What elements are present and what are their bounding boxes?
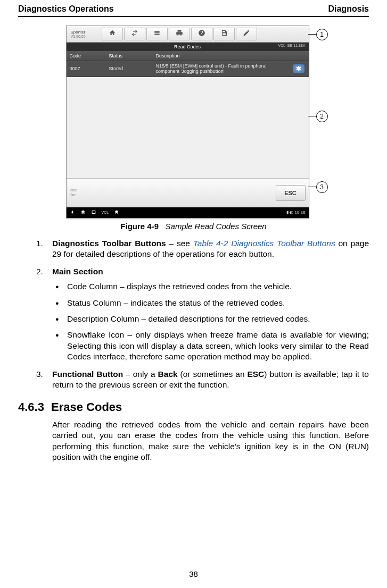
section-heading: 4.6.3Erase Codes: [18, 400, 369, 414]
bold-term: Back: [158, 369, 178, 379]
cell-desc: N15/5 (ESM [EWM] control unit) - Fault i…: [153, 61, 289, 77]
col-desc: Description: [153, 51, 309, 61]
print-button[interactable]: [169, 28, 190, 40]
bullet-item: Code Column – displays the retrieved cod…: [67, 281, 369, 292]
header-right: Diagnosis: [328, 4, 369, 14]
settings-icon: [153, 29, 161, 39]
header-left: Diagnostics Operations: [18, 4, 114, 14]
bullet-item: Status Column – indicates the status of …: [67, 298, 369, 308]
diag-toolbar: Sprinter V3.90.05: [67, 26, 309, 43]
bold-term: Diagnostics Toolbar Buttons: [52, 239, 166, 248]
pencil-icon: [243, 29, 250, 39]
snowflake-icon: ✱: [293, 64, 304, 73]
section-title: Erase Codes: [51, 400, 122, 414]
android-navbar: VCL ▮ ◐ 10:38: [67, 207, 309, 218]
bold-term: Main Section: [52, 267, 103, 276]
figure-title: Sample Read Codes Screen: [166, 222, 267, 231]
list-item: Main Section Code Column – displays the …: [52, 266, 369, 363]
app-label: Sprinter V3.90.05: [69, 30, 101, 38]
section-number: 4.6.3: [18, 400, 51, 414]
bullet-item: Description Column – detailed descriptio…: [67, 314, 369, 324]
swap-icon: [131, 29, 138, 39]
vci-nav-label: VCL: [102, 211, 109, 214]
table-header: Code Status Description: [67, 51, 309, 61]
home-button[interactable]: [102, 28, 123, 40]
vin-info: VIN: Car:: [70, 188, 77, 197]
data-log-button[interactable]: [236, 28, 257, 40]
screen-title-bar: Read Codes VCb EB 11.88V: [67, 43, 309, 51]
page-header: Diagnostics Operations Diagnosis: [18, 0, 369, 16]
figure: Sprinter V3.90.05: [66, 26, 322, 219]
vehicle-swap-button[interactable]: [124, 28, 145, 40]
vci-status: VCb EB 11.88V: [278, 44, 306, 47]
page-number: 38: [0, 569, 387, 578]
callout-3: 3: [316, 181, 328, 193]
bottom-bar: VIN: Car: ESC: [67, 178, 309, 207]
figure-caption: Figure 4-9 Sample Read Codes Screen: [18, 222, 369, 231]
home-nav-icon[interactable]: [80, 209, 86, 216]
callout-line: [308, 187, 317, 187]
list-item: Diagnostics Toolbar Buttons – see Table …: [52, 238, 369, 260]
save-icon: [220, 29, 228, 39]
esc-label: ESC: [284, 190, 297, 196]
col-status: Status: [106, 51, 153, 61]
figure-number: Figure 4-9: [120, 222, 159, 231]
recents-icon[interactable]: [91, 209, 96, 216]
app-name: Sprinter: [71, 30, 86, 35]
callout-line: [308, 116, 317, 116]
section-paragraph: After reading the retrieved codes from t…: [18, 419, 369, 463]
screen-title: Read Codes: [174, 44, 201, 49]
home-icon: [109, 29, 116, 39]
callout-1: 1: [316, 29, 328, 40]
clock: ▮ ◐ 10:38: [286, 210, 305, 215]
callout-line: [308, 34, 317, 35]
snowflake-button[interactable]: ✱: [289, 62, 309, 75]
esc-button[interactable]: ESC: [276, 185, 306, 201]
cell-status: Stored: [106, 64, 153, 73]
save-button[interactable]: [213, 28, 235, 40]
bold-term: ESC: [247, 369, 264, 379]
app-version: V3.90.05: [71, 35, 101, 38]
device-screenshot: Sprinter V3.90.05: [66, 26, 309, 219]
cell-code: 0007: [67, 64, 106, 73]
header-rule: [18, 16, 369, 17]
car-nav-icon[interactable]: [114, 209, 119, 216]
col-code: Code: [67, 51, 106, 61]
callout-2: 2: [316, 111, 328, 122]
table-empty-area: [67, 77, 309, 178]
data-button[interactable]: [146, 28, 168, 40]
help-button[interactable]: [191, 28, 212, 40]
print-icon: [176, 29, 183, 39]
bullet-item: Snowflake Icon – only displays when free…: [67, 330, 369, 362]
back-icon[interactable]: [70, 209, 75, 216]
cross-reference-link[interactable]: Table 4-2 Diagnostics Toolbar Buttons: [193, 239, 335, 248]
bold-term: Functional Button: [52, 369, 123, 379]
table-row[interactable]: 0007 Stored N15/5 (ESM [EWM] control uni…: [67, 61, 309, 77]
help-icon: [198, 29, 205, 39]
list-item: Functional Button – only a Back (or some…: [52, 369, 369, 391]
